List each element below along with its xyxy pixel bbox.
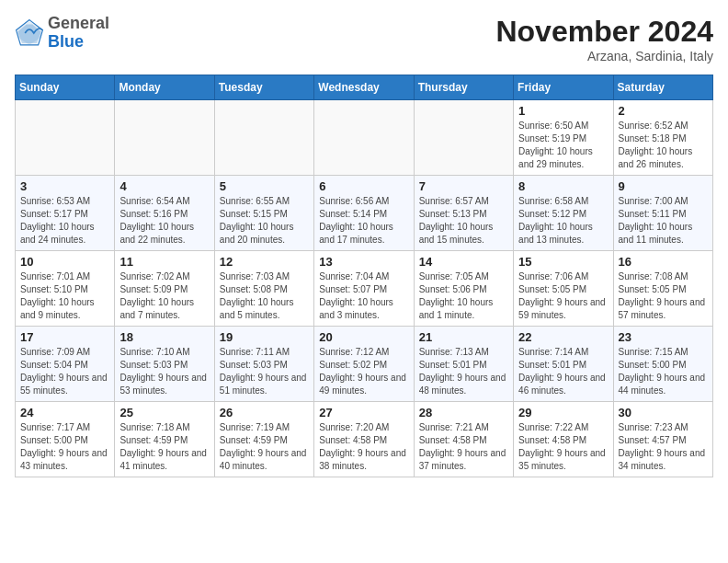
calendar-cell: 25Sunrise: 7:18 AM Sunset: 4:59 PM Dayli… [115,402,214,477]
calendar-cell: 3Sunrise: 6:53 AM Sunset: 5:17 PM Daylig… [16,176,115,251]
day-info: Sunrise: 7:11 AM Sunset: 5:03 PM Dayligh… [220,346,309,397]
day-number: 2 [619,104,708,118]
calendar-cell: 28Sunrise: 7:21 AM Sunset: 4:58 PM Dayli… [414,402,513,477]
day-info: Sunrise: 7:08 AM Sunset: 5:05 PM Dayligh… [619,270,708,322]
calendar-cell: 1Sunrise: 6:50 AM Sunset: 5:19 PM Daylig… [514,100,613,176]
calendar-cell: 20Sunrise: 7:12 AM Sunset: 5:02 PM Dayli… [314,327,414,402]
calendar-week-row: 10Sunrise: 7:01 AM Sunset: 5:10 PM Dayli… [16,251,713,327]
logo-text: General Blue [48,15,109,52]
day-info: Sunrise: 7:15 AM Sunset: 5:00 PM Dayligh… [619,346,708,397]
calendar-cell: 22Sunrise: 7:14 AM Sunset: 5:01 PM Dayli… [514,327,613,402]
calendar-cell [414,100,513,176]
weekday-header: Tuesday [214,75,313,100]
day-number: 16 [619,255,708,269]
day-info: Sunrise: 6:57 AM Sunset: 5:13 PM Dayligh… [419,195,508,247]
day-number: 9 [619,179,708,193]
day-number: 22 [518,330,608,344]
calendar-cell: 23Sunrise: 7:15 AM Sunset: 5:00 PM Dayli… [613,327,712,402]
day-info: Sunrise: 6:52 AM Sunset: 5:18 PM Dayligh… [619,120,708,171]
day-number: 3 [20,179,109,193]
logo: General Blue [15,15,109,52]
calendar-cell: 13Sunrise: 7:04 AM Sunset: 5:07 PM Dayli… [314,251,414,327]
calendar-cell [214,100,313,176]
day-number: 18 [119,330,209,344]
day-info: Sunrise: 6:56 AM Sunset: 5:14 PM Dayligh… [319,195,408,247]
day-info: Sunrise: 7:13 AM Sunset: 5:01 PM Dayligh… [419,346,508,397]
day-number: 20 [319,330,408,344]
calendar-cell: 18Sunrise: 7:10 AM Sunset: 5:03 PM Dayli… [115,327,214,402]
day-number: 6 [319,179,408,193]
weekday-header: Wednesday [314,75,414,100]
day-info: Sunrise: 7:05 AM Sunset: 5:06 PM Dayligh… [419,270,508,322]
title-area: November 2024 Arzana, Sardinia, Italy [495,15,713,63]
day-info: Sunrise: 6:50 AM Sunset: 5:19 PM Dayligh… [518,120,608,171]
calendar-cell: 6Sunrise: 6:56 AM Sunset: 5:14 PM Daylig… [314,176,414,251]
calendar-cell: 30Sunrise: 7:23 AM Sunset: 4:57 PM Dayli… [613,402,712,477]
day-info: Sunrise: 7:09 AM Sunset: 5:04 PM Dayligh… [20,346,109,397]
calendar-cell: 7Sunrise: 6:57 AM Sunset: 5:13 PM Daylig… [414,176,513,251]
calendar-table: SundayMondayTuesdayWednesdayThursdayFrid… [15,75,713,477]
day-number: 19 [220,330,309,344]
day-info: Sunrise: 7:17 AM Sunset: 5:00 PM Dayligh… [20,421,109,473]
weekday-header: Sunday [16,75,115,100]
day-number: 5 [220,179,309,193]
calendar-cell: 24Sunrise: 7:17 AM Sunset: 5:00 PM Dayli… [16,402,115,477]
day-info: Sunrise: 7:10 AM Sunset: 5:03 PM Dayligh… [119,346,209,397]
calendar-cell: 16Sunrise: 7:08 AM Sunset: 5:05 PM Dayli… [613,251,712,327]
day-number: 21 [419,330,508,344]
day-number: 28 [419,406,508,419]
weekday-header-row: SundayMondayTuesdayWednesdayThursdayFrid… [16,75,713,100]
day-number: 15 [518,255,608,269]
day-info: Sunrise: 7:20 AM Sunset: 4:58 PM Dayligh… [319,421,408,473]
day-info: Sunrise: 6:55 AM Sunset: 5:15 PM Dayligh… [220,195,309,247]
page-header: General Blue November 2024 Arzana, Sardi… [15,15,713,63]
day-number: 29 [518,406,608,419]
calendar-cell: 26Sunrise: 7:19 AM Sunset: 4:59 PM Dayli… [214,402,313,477]
day-info: Sunrise: 7:01 AM Sunset: 5:10 PM Dayligh… [20,270,109,322]
day-info: Sunrise: 7:12 AM Sunset: 5:02 PM Dayligh… [319,346,408,397]
calendar-week-row: 24Sunrise: 7:17 AM Sunset: 5:00 PM Dayli… [16,402,713,477]
weekday-header: Thursday [414,75,513,100]
day-info: Sunrise: 7:02 AM Sunset: 5:09 PM Dayligh… [119,270,209,322]
calendar-cell [115,100,214,176]
day-number: 17 [20,330,109,344]
calendar-cell: 5Sunrise: 6:55 AM Sunset: 5:15 PM Daylig… [214,176,313,251]
day-info: Sunrise: 7:22 AM Sunset: 4:58 PM Dayligh… [518,421,608,473]
calendar-cell [16,100,115,176]
calendar-week-row: 3Sunrise: 6:53 AM Sunset: 5:17 PM Daylig… [16,176,713,251]
day-info: Sunrise: 7:04 AM Sunset: 5:07 PM Dayligh… [319,270,408,322]
day-number: 27 [319,406,408,419]
calendar-week-row: 1Sunrise: 6:50 AM Sunset: 5:19 PM Daylig… [16,100,713,176]
day-number: 4 [119,179,209,193]
day-number: 12 [220,255,309,269]
logo-icon [15,18,44,48]
day-info: Sunrise: 6:53 AM Sunset: 5:17 PM Dayligh… [20,195,109,247]
weekday-header: Saturday [613,75,712,100]
calendar-cell: 27Sunrise: 7:20 AM Sunset: 4:58 PM Dayli… [314,402,414,477]
location: Arzana, Sardinia, Italy [495,49,713,63]
day-info: Sunrise: 6:54 AM Sunset: 5:16 PM Dayligh… [119,195,209,247]
weekday-header: Monday [115,75,214,100]
calendar-cell: 2Sunrise: 6:52 AM Sunset: 5:18 PM Daylig… [613,100,712,176]
day-number: 14 [419,255,508,269]
day-number: 1 [518,104,608,118]
calendar-week-row: 17Sunrise: 7:09 AM Sunset: 5:04 PM Dayli… [16,327,713,402]
day-number: 24 [20,406,109,419]
calendar-cell: 9Sunrise: 7:00 AM Sunset: 5:11 PM Daylig… [613,176,712,251]
day-number: 10 [20,255,109,269]
day-info: Sunrise: 7:21 AM Sunset: 4:58 PM Dayligh… [419,421,508,473]
day-info: Sunrise: 7:18 AM Sunset: 4:59 PM Dayligh… [119,421,209,473]
calendar-cell [314,100,414,176]
calendar-cell: 14Sunrise: 7:05 AM Sunset: 5:06 PM Dayli… [414,251,513,327]
day-info: Sunrise: 7:19 AM Sunset: 4:59 PM Dayligh… [220,421,309,473]
day-number: 13 [319,255,408,269]
day-number: 26 [220,406,309,419]
day-number: 25 [119,406,209,419]
calendar-cell: 15Sunrise: 7:06 AM Sunset: 5:05 PM Dayli… [514,251,613,327]
month-title: November 2024 [495,15,713,49]
day-number: 23 [619,330,708,344]
calendar-cell: 4Sunrise: 6:54 AM Sunset: 5:16 PM Daylig… [115,176,214,251]
calendar-cell: 19Sunrise: 7:11 AM Sunset: 5:03 PM Dayli… [214,327,313,402]
calendar-cell: 12Sunrise: 7:03 AM Sunset: 5:08 PM Dayli… [214,251,313,327]
calendar-cell: 10Sunrise: 7:01 AM Sunset: 5:10 PM Dayli… [16,251,115,327]
